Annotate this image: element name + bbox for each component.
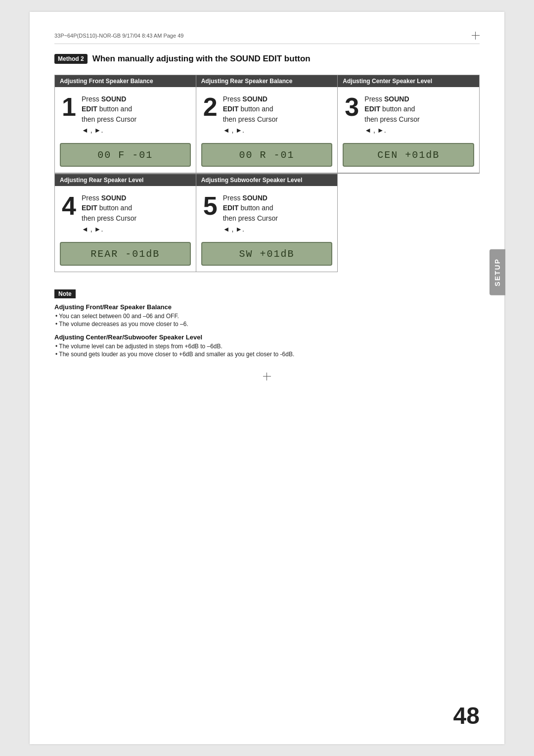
note-subheading: Adjusting Front/Rear Speaker Balance bbox=[54, 303, 480, 311]
step-number-rear-balance: 2 bbox=[203, 94, 218, 120]
crosshair-bottom-icon bbox=[263, 373, 271, 380]
section-header-subwoofer-level: Adjusting Subwoofer Speaker Level bbox=[196, 174, 338, 186]
section-body-rear-balance: 2Press SOUNDEDIT button andthen press Cu… bbox=[196, 87, 338, 140]
section-rear-level: Adjusting Rear Speaker Level4Press SOUND… bbox=[54, 174, 196, 272]
section-body-subwoofer-level: 5Press SOUNDEDIT button andthen press Cu… bbox=[196, 186, 338, 239]
step-number-front-balance: 1 bbox=[62, 94, 77, 120]
step-text-front-balance: Press SOUNDEDIT button andthen press Cur… bbox=[82, 94, 136, 135]
print-header: 33P~64P(DS110)-NOR-GB 9/17/04 8:43 AM Pa… bbox=[54, 32, 480, 44]
sections-grid-bottom: Adjusting Rear Speaker Level4Press SOUND… bbox=[54, 173, 480, 272]
lcd-display-subwoofer-level: SW +01dB bbox=[201, 242, 333, 266]
section-front-balance: Adjusting Front Speaker Balance1Press SO… bbox=[54, 75, 196, 173]
note-bullet: • You can select between 00 and –06 and … bbox=[54, 313, 480, 320]
lcd-display-rear-balance: 00 R -01 bbox=[201, 143, 333, 167]
lcd-display-front-balance: 00 F -01 bbox=[60, 143, 191, 167]
section-header-front-balance: Adjusting Front Speaker Balance bbox=[55, 75, 196, 87]
sections-grid-top: Adjusting Front Speaker Balance1Press SO… bbox=[54, 75, 480, 173]
note-bullet: • The volume decreases as you move close… bbox=[54, 321, 480, 328]
note-bullet: • The sound gets louder as you move clos… bbox=[54, 351, 480, 358]
step-text-rear-balance: Press SOUNDEDIT button andthen press Cur… bbox=[223, 94, 278, 135]
crosshair-icon bbox=[472, 32, 480, 40]
step-number-center-level: 3 bbox=[345, 94, 359, 120]
section-body-center-level: 3Press SOUNDEDIT button andthen press Cu… bbox=[338, 87, 479, 140]
step-text-rear-level: Press SOUNDEDIT button andthen press Cur… bbox=[82, 193, 136, 234]
section-center-level: Adjusting Center Speaker Level3Press SOU… bbox=[338, 75, 480, 173]
setup-tab: SETUP bbox=[490, 249, 505, 295]
note-section: Note Adjusting Front/Rear Speaker Balanc… bbox=[54, 282, 480, 358]
note-block: Adjusting Center/Rear/Subwoofer Speaker … bbox=[54, 333, 480, 358]
lcd-text-front-balance: 00 F -01 bbox=[97, 149, 153, 161]
section-header-center-level: Adjusting Center Speaker Level bbox=[338, 75, 479, 87]
method-badge: Method 2 bbox=[54, 54, 88, 64]
lcd-text-center-level: CEN +01dB bbox=[377, 149, 440, 161]
step-number-subwoofer-level: 5 bbox=[203, 193, 218, 219]
section-header-rear-balance: Adjusting Rear Speaker Balance bbox=[196, 75, 338, 87]
section-body-rear-level: 4Press SOUNDEDIT button andthen press Cu… bbox=[55, 186, 196, 239]
lcd-text-rear-level: REAR -01dB bbox=[90, 248, 160, 260]
lcd-text-subwoofer-level: SW +01dB bbox=[239, 248, 294, 260]
method-title: When manually adjusting with the SOUND E… bbox=[92, 54, 311, 64]
section-header-rear-level: Adjusting Rear Speaker Level bbox=[55, 174, 196, 186]
method-heading: Method 2 When manually adjusting with th… bbox=[54, 54, 480, 64]
page: 33P~64P(DS110)-NOR-GB 9/17/04 8:43 AM Pa… bbox=[30, 12, 504, 744]
note-subheading: Adjusting Center/Rear/Subwoofer Speaker … bbox=[54, 333, 480, 341]
section-body-front-balance: 1Press SOUNDEDIT button andthen press Cu… bbox=[55, 87, 196, 140]
note-bullet: • The volume level can be adjusted in st… bbox=[54, 343, 480, 350]
note-badge: Note bbox=[54, 289, 76, 298]
step-text-subwoofer-level: Press SOUNDEDIT button andthen press Cur… bbox=[223, 193, 278, 234]
section-rear-balance: Adjusting Rear Speaker Balance2Press SOU… bbox=[196, 75, 338, 173]
print-header-text: 33P~64P(DS110)-NOR-GB 9/17/04 8:43 AM Pa… bbox=[54, 33, 183, 39]
lcd-text-rear-balance: 00 R -01 bbox=[239, 149, 294, 161]
page-number: 48 bbox=[453, 702, 480, 729]
lcd-display-center-level: CEN +01dB bbox=[343, 143, 474, 167]
step-text-center-level: Press SOUNDEDIT button andthen press Cur… bbox=[364, 94, 419, 135]
step-number-rear-level: 4 bbox=[62, 193, 77, 219]
note-block: Adjusting Front/Rear Speaker Balance• Yo… bbox=[54, 303, 480, 328]
section-subwoofer-level: Adjusting Subwoofer Speaker Level5Press … bbox=[196, 174, 338, 272]
lcd-display-rear-level: REAR -01dB bbox=[60, 242, 191, 266]
bottom-crosshair bbox=[54, 373, 480, 380]
